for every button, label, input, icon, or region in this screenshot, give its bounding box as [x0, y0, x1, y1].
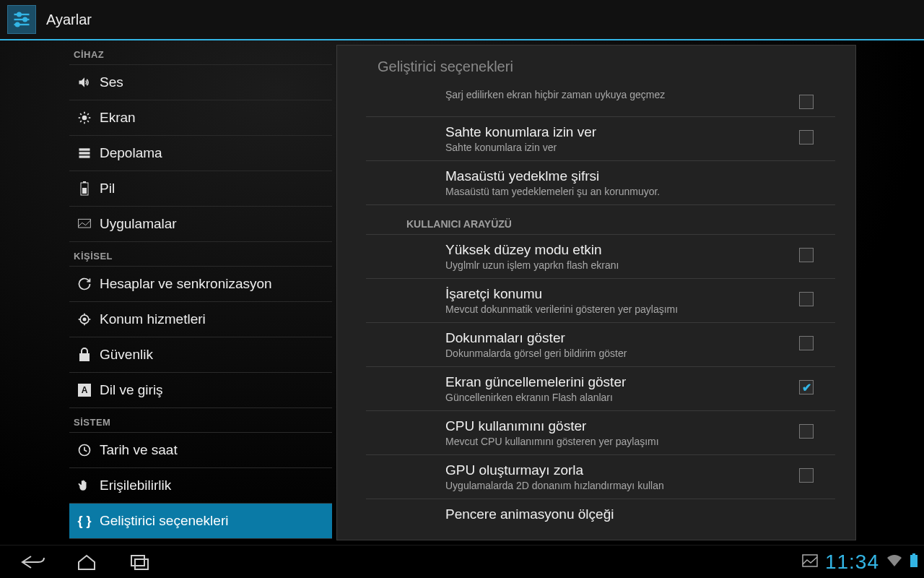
svg-point-5 [16, 23, 19, 27]
sidebar-item-storage[interactable]: Depolama [69, 136, 332, 171]
settings-app-icon [7, 5, 36, 34]
settings-list[interactable]: Şarj edilirken ekran hiçbir zaman uykuya… [337, 89, 855, 540]
svg-text:A: A [82, 385, 88, 395]
hand-icon [74, 478, 95, 493]
app-title: Ayarlar [46, 12, 92, 28]
sidebar-item-security[interactable]: Güvenlik [69, 337, 332, 373]
settings-sidebar: CİHAZ Ses Ekran Depolama Pil Uygulamalar… [0, 40, 332, 545]
sidebar-item-label: Konum hizmetleri [100, 311, 206, 327]
setting-subtitle: Güncellenirken ekranın Flash alanları [445, 392, 792, 403]
battery-status-icon [910, 553, 918, 571]
setting-subtitle: Mevcut CPU kullanımını gösteren yer payl… [445, 436, 792, 447]
picture-icon [802, 554, 818, 570]
checkbox[interactable] [799, 292, 814, 306]
setting-row-window-animation[interactable]: Pencere animasyonu ölçeği [366, 499, 835, 531]
sidebar-item-label: Pil [100, 181, 115, 197]
svg-rect-19 [83, 181, 86, 183]
checkbox[interactable] [799, 424, 814, 439]
svg-line-13 [80, 121, 82, 122]
location-icon [74, 312, 95, 327]
setting-subtitle: Uygulamalarda 2D donanım hızlandırmayı k… [445, 480, 792, 491]
svg-line-12 [87, 121, 89, 122]
status-clock: 11:34 [825, 551, 879, 574]
setting-row-stay-awake[interactable]: Şarj edilirken ekran hiçbir zaman uykuya… [366, 89, 835, 117]
lock-icon [74, 348, 95, 362]
svg-point-1 [17, 13, 21, 17]
sidebar-item-label: Ekran [100, 110, 136, 126]
setting-title: İşaretçi konumu [445, 286, 792, 303]
checkbox[interactable] [799, 95, 814, 109]
svg-rect-15 [79, 148, 90, 150]
svg-rect-21 [79, 219, 91, 228]
detail-panel: Geliştirici seçenekleri Şarj edilirken e… [336, 45, 856, 540]
battery-icon [74, 181, 95, 196]
sync-icon [74, 277, 95, 291]
setting-title: CPU kullanımını göster [445, 418, 792, 436]
svg-rect-32 [131, 556, 144, 566]
sidebar-item-label: Tarih ve saat [100, 442, 178, 458]
sidebar-item-language[interactable]: A Dil ve giriş [69, 373, 332, 408]
nav-back-button[interactable] [17, 551, 49, 573]
sidebar-item-label: Güvenlik [100, 347, 153, 363]
setting-title: Dokunmaları göster [445, 330, 792, 348]
sidebar-item-accounts[interactable]: Hesaplar ve senkronizasyon [69, 267, 332, 302]
svg-point-23 [83, 318, 85, 320]
sidebar-item-sound[interactable]: Ses [69, 65, 332, 100]
checkbox[interactable] [799, 248, 814, 262]
svg-rect-33 [135, 559, 148, 569]
status-area[interactable]: 11:34 [802, 551, 924, 574]
svg-point-3 [23, 18, 27, 22]
sidebar-item-label: Dil ve giriş [100, 382, 163, 398]
setting-row-pointer-location[interactable]: İşaretçi konumu Mevcut dokunmatik verile… [366, 279, 835, 323]
setting-subtitle: Masaüstü tam yedeklemeleri şu an korunmu… [445, 186, 806, 197]
setting-title: Pencere animasyonu ölçeği [445, 506, 806, 524]
sidebar-item-accessibility[interactable]: Erişilebilirlik [69, 468, 332, 504]
setting-row-cpu-usage[interactable]: CPU kullanımını göster Mevcut CPU kullan… [366, 411, 835, 455]
nav-home-button[interactable] [71, 551, 103, 573]
svg-line-11 [80, 113, 82, 115]
setting-row-mock-locations[interactable]: Sahte konumlara izin ver Sahte konumlara… [366, 117, 835, 161]
svg-line-14 [87, 113, 89, 115]
sidebar-item-display[interactable]: Ekran [69, 100, 332, 136]
storage-icon [74, 146, 95, 160]
sidebar-item-developer[interactable]: { } Geliştirici seçenekleri [69, 504, 332, 539]
nav-recent-button[interactable] [124, 551, 156, 573]
sound-icon [74, 75, 95, 90]
sidebar-item-datetime[interactable]: Tarih ve saat [69, 433, 332, 468]
setting-title: GPU oluşturmayı zorla [445, 462, 792, 480]
svg-rect-28 [79, 353, 90, 361]
sidebar-item-battery[interactable]: Pil [69, 171, 332, 207]
setting-row-backup-password[interactable]: Masaüstü yedeklme şifrsi Masaüstü tam ye… [366, 161, 835, 205]
sidebar-item-label: Depolama [100, 145, 162, 161]
checkbox[interactable] [799, 130, 814, 144]
sidebar-item-apps[interactable]: Uygulamalar [69, 207, 332, 242]
setting-subtitle: Mevcut dokunmatik verilerini gösteren ye… [445, 303, 792, 315]
braces-icon: { } [74, 514, 95, 529]
sidebar-header-device: CİHAZ [69, 40, 332, 65]
sidebar-item-location[interactable]: Konum hizmetleri [69, 302, 332, 337]
brightness-icon [74, 111, 95, 125]
action-bar: Ayarlar [0, 0, 924, 40]
setting-row-strict-mode[interactable]: Yüksek düzey modu etkin Uyglmlr uzun işl… [366, 235, 835, 279]
sidebar-item-label: Geliştirici seçenekleri [100, 513, 228, 529]
svg-rect-35 [912, 553, 915, 555]
sidebar-item-label: Hesaplar ve senkronizasyon [100, 276, 272, 292]
checkbox[interactable] [799, 336, 814, 350]
sidebar-item-label: Ses [100, 74, 123, 90]
svg-rect-17 [79, 155, 90, 158]
language-icon: A [74, 384, 95, 397]
setting-subtitle: Şarj edilirken ekran hiçbir zaman uykuya… [445, 89, 792, 100]
setting-row-show-touches[interactable]: Dokunmaları göster Dokunmalarda görsel g… [366, 323, 835, 367]
checkbox[interactable] [799, 380, 814, 394]
svg-rect-34 [803, 555, 817, 566]
setting-title: Yüksek düzey modu etkin [445, 242, 792, 259]
wifi-icon [886, 554, 902, 570]
setting-subtitle: Uyglmlr uzun işlem yaprkn flash ekranı [445, 259, 792, 271]
setting-title: Sahte konumlara izin ver [445, 124, 792, 142]
clock-icon [74, 443, 95, 457]
checkbox[interactable] [799, 468, 814, 483]
setting-row-show-updates[interactable]: Ekran güncellemelerini göster Güncelleni… [366, 367, 835, 411]
setting-row-force-gpu[interactable]: GPU oluşturmayı zorla Uygulamalarda 2D d… [366, 455, 835, 499]
section-header-ui: KULLANICI ARAYÜZÜ [366, 205, 835, 235]
setting-subtitle: Sahte konumlara izin ver [445, 142, 792, 153]
